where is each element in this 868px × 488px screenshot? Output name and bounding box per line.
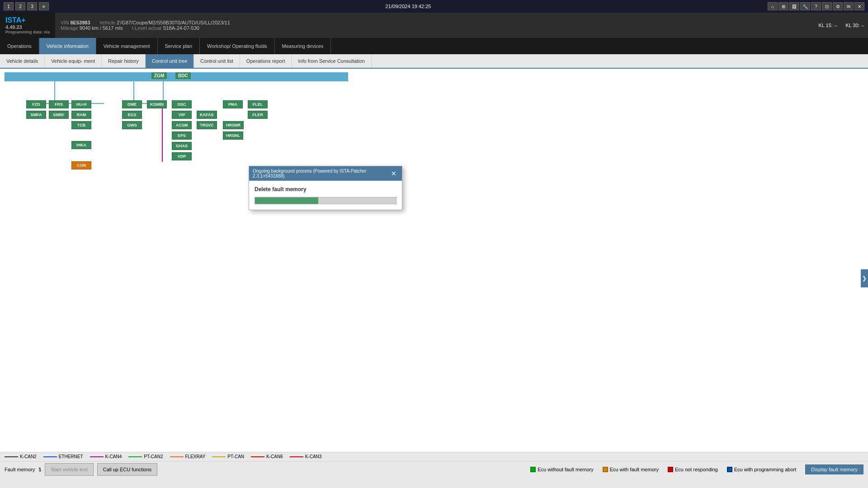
legend-k-can4: K-CAN4 [90, 454, 122, 459]
print-btn[interactable]: ⊡ [822, 2, 832, 10]
title-bar-left: 1 2 3 ≡ [4, 2, 49, 10]
ecu-flel[interactable]: FLEL [248, 100, 268, 108]
close-btn[interactable]: ✕ [854, 2, 864, 10]
programming-abort-label: Ecu with programming abort [734, 467, 797, 472]
ecu-kafas[interactable]: KAFAS [197, 111, 217, 119]
side-collapse-btn[interactable]: ❯ [861, 269, 868, 287]
mileage-value: 9040 km / 5617 mls [80, 25, 123, 31]
subtab-control-unit-tree[interactable]: Control unit tree [146, 54, 194, 68]
sub-tabs: Vehicle details Vehicle equip- ment Repa… [0, 54, 868, 69]
mail-btn[interactable]: ✉ [844, 2, 854, 10]
no-fault-label: Ecu without fault memory [538, 467, 594, 472]
legend-k-can4-label: K-CAN4 [105, 454, 122, 459]
title-bar: 1 2 3 ≡ 21/09/2024 19:42:25 ⌂ ⊞ 🖼 🔧 ? ⊡ … [0, 0, 868, 13]
call-up-ecu-btn[interactable]: Call up ECU functions [97, 463, 158, 476]
ecu-hrsnl[interactable]: HRSNL [223, 131, 243, 140]
ecu-trsvc[interactable]: TRSVC [197, 121, 217, 129]
start-vehicle-test-btn[interactable]: Start vehicle test [45, 463, 93, 476]
ecu-ram[interactable]: RAM [71, 111, 91, 119]
screen-btn[interactable]: 🖼 [789, 2, 799, 10]
legend-flexray-label: FLEXRAY [185, 454, 206, 459]
tab-btn-menu[interactable]: ≡ [39, 2, 49, 10]
legend-k-can6-label: K-CAN6 [266, 454, 283, 459]
legend-pt-can2-label: PT-CAN2 [144, 454, 163, 459]
tab-vehicle-mgmt[interactable]: Vehicle management [96, 38, 158, 54]
ecu-pma[interactable]: PMA [223, 100, 243, 108]
tab-btn-3[interactable]: 3 [27, 2, 37, 10]
legend-pt-can-label: PT-CAN [227, 454, 244, 459]
bdc-node[interactable]: BDC [175, 72, 191, 79]
control-unit-tree-area: ZGM BDC FZD FRS HU-H SMFA SMBF RAM TCB I… [0, 69, 868, 331]
app-version: 4.49.23 [5, 24, 50, 30]
home-btn[interactable]: ⌂ [768, 2, 778, 10]
vehicle-header-info: VIN 8E53983 Vehicle 2'/G87/Coupe/M2/S58B… [55, 13, 811, 38]
legend-k-can6: K-CAN6 [251, 454, 283, 459]
kl30-status: KL 30: -- [845, 23, 864, 28]
help-btn[interactable]: ? [811, 2, 821, 10]
legend-programming-abort: Ecu with programming abort [727, 467, 797, 472]
dialog-close-btn[interactable]: ✕ [389, 170, 398, 177]
prog-data: Programming data: n/a [5, 30, 50, 34]
display-fault-memory-btn[interactable]: Display fault memory [805, 465, 863, 474]
tab-operations[interactable]: Operations [0, 38, 39, 54]
header-toolbar: KL 15: -- KL 30: -- [811, 13, 868, 38]
legend-ethernet-label: ETHERNET [59, 454, 83, 459]
tab-vehicle-info[interactable]: Vehicle information [39, 38, 96, 54]
ecu-tcb[interactable]: TCB [71, 121, 91, 129]
ecu-vdp[interactable]: VDP [172, 152, 192, 160]
tab-service-plan[interactable]: Service plan [158, 38, 200, 54]
fault-row: Fault memory 1 Start vehicle test Call u… [0, 461, 868, 478]
ecu-fler[interactable]: FLER [248, 111, 268, 119]
dialog-title: Ongoing background process (Powered by I… [253, 169, 389, 178]
subtab-repair-history[interactable]: Repair history [102, 54, 146, 68]
ecu-acsm[interactable]: ACSM [172, 121, 192, 129]
ecu-egs[interactable]: EGS [122, 111, 142, 119]
ecu-eps[interactable]: EPS [172, 131, 192, 140]
legend-no-fault: Ecu without fault memory [530, 467, 594, 472]
ecu-kombi[interactable]: KOMBI [147, 100, 167, 108]
ecu-gws[interactable]: GWS [122, 121, 142, 129]
ecu-dme[interactable]: DME [122, 100, 142, 108]
ecu-ihka[interactable]: IHKA [71, 141, 91, 149]
ecu-frs[interactable]: FRS [49, 100, 69, 108]
app-name: ISTA+ [5, 16, 50, 24]
legend-with-fault: Ecu with fault memory [603, 467, 659, 472]
ecu-fzd[interactable]: FZD [26, 100, 46, 108]
legend-k-can2-label: K-CAN2 [20, 454, 37, 459]
tab-workshop[interactable]: Workshop/ Operating fluids [200, 38, 274, 54]
settings2-btn[interactable]: ⚙ [833, 2, 843, 10]
subtab-info-service[interactable]: Info from Service Consultation [292, 54, 371, 68]
ecu-huh[interactable]: HU-H [71, 100, 91, 108]
subtab-vehicle-equip[interactable]: Vehicle equip- ment [45, 54, 102, 68]
dialog-label: Delete fault memory [255, 186, 396, 192]
tab-btn-1[interactable]: 1 [4, 2, 14, 10]
progress-bar-fill [255, 197, 318, 204]
grid-btn[interactable]: ⊞ [778, 2, 788, 10]
not-responding-label: Ecu not responding [675, 467, 718, 472]
legend-k-can2: K-CAN2 [5, 454, 37, 459]
tab-btn-2[interactable]: 2 [15, 2, 25, 10]
fault-memory-value: 1 [38, 467, 41, 472]
ecu-con[interactable]: CON [71, 161, 91, 169]
tab-measuring[interactable]: Measuring devices [275, 38, 331, 54]
ecu-hrsnr[interactable]: HRSNR [223, 121, 244, 129]
dialog-body: Delete fault memory [249, 181, 402, 210]
content-area: ZGM BDC FZD FRS HU-H SMFA SMBF RAM TCB I… [0, 69, 868, 488]
settings-btn[interactable]: 🔧 [800, 2, 810, 10]
subtab-vehicle-details[interactable]: Vehicle details [0, 54, 45, 68]
subtab-operations-report[interactable]: Operations report [240, 54, 292, 68]
app-header: ISTA+ 4.49.23 Programming data: n/a VIN … [0, 13, 868, 38]
subtab-control-unit-list[interactable]: Control unit list [194, 54, 240, 68]
ecu-dsc[interactable]: DSC [172, 100, 192, 108]
fault-memory-label: Fault memory [5, 467, 35, 472]
ecu-smbf[interactable]: SMBF [49, 111, 69, 119]
ilevel-value: S18A-24-07-530 [163, 25, 199, 31]
nav-tabs: Operations Vehicle information Vehicle m… [0, 38, 868, 54]
ecu-vip[interactable]: VIP [172, 111, 192, 119]
datetime-display: 21/09/2024 19:42:25 [386, 4, 431, 9]
ecu-ghas[interactable]: GHAS [172, 142, 192, 150]
legend-pt-can: PT-CAN [212, 454, 244, 459]
ecu-smfa[interactable]: SMFA [26, 111, 46, 119]
zgm-node[interactable]: ZGM [151, 72, 167, 79]
fault-left: Fault memory 1 Start vehicle test Call u… [5, 463, 157, 476]
